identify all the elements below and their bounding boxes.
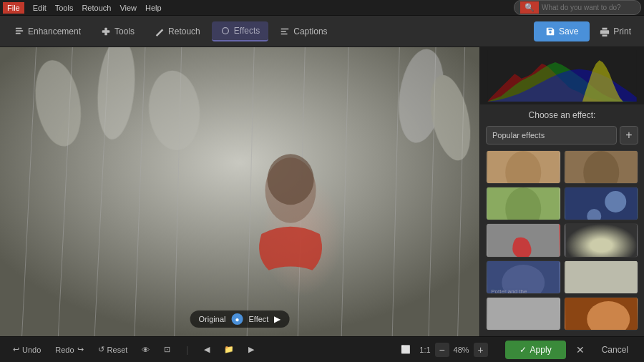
effect-harry-potter[interactable]: Potter and the Harry Potter and the ... — [486, 260, 561, 294]
menu-tools[interactable]: Tools — [55, 4, 74, 12]
eye-button[interactable]: 👁 — [137, 343, 154, 356]
zoom-ratio: 1:1 — [419, 346, 430, 354]
effects-button[interactable]: Effects — [212, 21, 268, 41]
effect-thumb-flares — [565, 187, 638, 220]
captions-icon — [280, 26, 290, 36]
search-icon: 🔍 — [520, 1, 539, 14]
photo-canvas — [0, 47, 479, 336]
menu-retouch[interactable]: Retouch — [82, 4, 111, 12]
original-label: Original — [199, 315, 226, 323]
effect-gone-wind[interactable]: Gone with the Wind — [564, 297, 639, 331]
effects-section: Choose an effect: Popular effects + Old … — [480, 104, 644, 336]
toolbar: Enhancement Tools Retouch Effects Captio… — [0, 16, 644, 47]
effect-agfa[interactable]: Agfa APX 100 — [486, 297, 561, 331]
nav-folder-button[interactable]: 📁 — [220, 343, 238, 356]
redo-button[interactable]: Redo ↪ — [51, 343, 87, 356]
effect-thumb-colorsplash — [487, 224, 560, 257]
checkmark-icon: ✓ — [519, 345, 527, 355]
print-icon — [600, 26, 610, 36]
save-icon — [545, 26, 555, 36]
zoom-out-button[interactable]: − — [435, 343, 449, 357]
reset-icon: ↺ — [98, 345, 104, 354]
enhancement-icon — [14, 26, 24, 36]
crop-icon: ⊡ — [164, 345, 170, 354]
dot-icon: ● — [235, 315, 239, 323]
apply-button[interactable]: ✓ Apply — [505, 341, 566, 359]
effects-grid: Old photo - 1 Old photo - 4 60's photo — [486, 150, 638, 331]
svg-point-34 — [605, 191, 626, 212]
captions-button[interactable]: Captions — [271, 22, 336, 41]
svg-rect-1 — [16, 32, 21, 34]
effect-60s[interactable]: 60's photo — [486, 187, 561, 220]
svg-point-25 — [268, 154, 314, 205]
enhancement-button[interactable]: Enhancement — [6, 22, 89, 41]
effects-icon — [220, 26, 230, 36]
save-button[interactable]: Save — [534, 21, 590, 41]
svg-rect-33 — [565, 187, 637, 220]
search-input[interactable] — [542, 4, 635, 11]
svg-rect-2 — [16, 27, 22, 29]
histogram-svg — [483, 50, 641, 102]
tools-button[interactable]: Tools — [92, 22, 143, 41]
nav-next-icon: ▶ — [248, 345, 254, 354]
svg-text:Potter and the: Potter and the — [491, 288, 527, 294]
print-button[interactable]: Print — [592, 22, 638, 41]
svg-rect-0 — [16, 30, 24, 31]
zoom-percent: 48% — [454, 346, 469, 354]
plus-icon: + — [478, 344, 484, 356]
svg-rect-4 — [102, 30, 110, 33]
right-panel: Choose an effect: Popular effects + Old … — [479, 47, 644, 336]
canvas-area[interactable]: Original ● Effect ▶ — [0, 47, 479, 336]
minus-icon: − — [439, 344, 444, 356]
effects-dropdown[interactable]: Popular effects — [486, 126, 617, 145]
menu-help[interactable]: Help — [145, 4, 162, 12]
effect-color-splash[interactable]: Color splash — [486, 223, 561, 257]
retouch-button[interactable]: Retouch — [146, 22, 209, 41]
bottom-bar: ↩ Undo Redo ↪ ↺ Reset 👁 ⊡ | ◀ 📁 ▶ ⬜ 1:1 … — [0, 336, 644, 362]
tools-icon — [101, 26, 111, 36]
search-box[interactable]: 🔍 — [514, 0, 641, 15]
menu-edit[interactable]: Edit — [33, 4, 47, 12]
effect-thumb-60s — [487, 187, 560, 220]
effect-focus-middle[interactable]: Focus on the middle — [564, 223, 639, 257]
main-content: Original ● Effect ▶ — [0, 47, 644, 336]
menu-view[interactable]: View — [119, 4, 137, 12]
svg-rect-37 — [565, 224, 637, 257]
fit-icon: ⬜ — [401, 345, 411, 354]
effects-controls: Popular effects + — [486, 126, 638, 145]
retouch-icon — [155, 26, 165, 36]
svg-point-5 — [222, 27, 228, 34]
nav-prev-button[interactable]: ◀ — [200, 343, 214, 356]
cancel-button[interactable]: Cancel — [595, 341, 635, 359]
histogram — [480, 47, 644, 104]
crop-button[interactable]: ⊡ — [160, 343, 175, 356]
x-button[interactable]: ✕ — [569, 340, 592, 360]
undo-icon: ↩ — [13, 345, 19, 354]
effects-title: Choose an effect: — [486, 110, 638, 120]
nav-next-button[interactable]: ▶ — [244, 343, 258, 356]
redo-icon: ↪ — [77, 345, 84, 354]
effect-thumb-gonewithwind — [565, 298, 638, 331]
eye-icon: 👁 — [142, 346, 150, 354]
effect-svema[interactable]: Svema FN 64 — [564, 260, 639, 294]
comparison-bar[interactable]: Original ● Effect ▶ — [190, 310, 290, 328]
reset-button[interactable]: ↺ Reset — [94, 343, 132, 356]
undo-button[interactable]: ↩ Undo — [9, 343, 45, 356]
effect-old-photo-1[interactable]: Old photo - 1 — [486, 150, 561, 184]
effect-thumb-focusmiddle — [565, 224, 638, 257]
effect-label: Effect — [248, 315, 268, 323]
effect-old-photo-4[interactable]: Old photo - 4 — [564, 150, 639, 184]
effect-thumb-old4 — [565, 151, 638, 184]
zoom-in-button[interactable]: + — [474, 343, 488, 357]
menu-bar: File Edit Tools Retouch View Help 🔍 — [0, 0, 644, 16]
effect-thumb-agfa — [487, 298, 560, 331]
fit-button[interactable]: ⬜ — [396, 343, 415, 356]
arrow-right-icon: ▶ — [274, 314, 280, 324]
comparison-dot[interactable]: ● — [231, 313, 243, 325]
effect-thumb-svema — [565, 261, 638, 294]
effect-flares[interactable]: Flares — [564, 187, 639, 220]
svg-rect-42 — [565, 261, 637, 294]
add-effect-button[interactable]: + — [620, 126, 638, 145]
menu-file[interactable]: File — [3, 2, 24, 14]
effect-thumb-old1 — [487, 151, 560, 184]
